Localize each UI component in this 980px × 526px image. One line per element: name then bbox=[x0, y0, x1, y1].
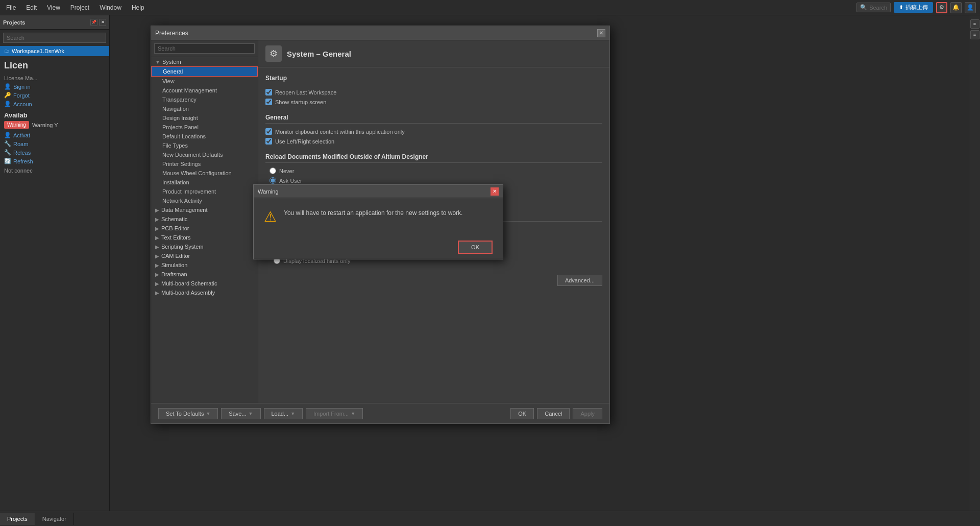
menu-project[interactable]: Project bbox=[68, 3, 91, 12]
panel-close-icon[interactable]: ✕ bbox=[99, 19, 106, 26]
modal-close-btn[interactable]: ✕ bbox=[597, 29, 605, 37]
tab-navigator[interactable]: Navigator bbox=[35, 513, 74, 525]
menu-view[interactable]: View bbox=[45, 3, 62, 12]
warning-close-btn[interactable]: ✕ bbox=[491, 187, 499, 196]
menu-help[interactable]: Help bbox=[130, 3, 146, 12]
warning-badge: Warning bbox=[4, 121, 29, 129]
load-btn[interactable]: Load... ▼ bbox=[264, 408, 303, 419]
warning-dialog-header: Warning ✕ bbox=[258, 185, 503, 198]
tree-multiboard-assembly[interactable]: ▶ Multi-board Assembly bbox=[151, 288, 258, 297]
advanced-button[interactable]: Advanced... bbox=[557, 275, 602, 286]
modal-ok-btn[interactable]: OK bbox=[510, 408, 534, 419]
show-startup-checkbox[interactable] bbox=[265, 99, 272, 105]
roam-link[interactable]: 🔧 Roam bbox=[4, 140, 105, 147]
content-header-title: System – General bbox=[287, 50, 351, 58]
account-link[interactable]: 👤 Accoun bbox=[4, 101, 105, 107]
left-panel-search-input[interactable] bbox=[3, 33, 106, 43]
roam-icon: 🔧 bbox=[4, 140, 11, 147]
save-btn[interactable]: Save... ▼ bbox=[221, 408, 260, 419]
tree-system-network[interactable]: Network Activity bbox=[151, 196, 258, 205]
warning-dialog-body: ⚠ You will have to restart an applicatio… bbox=[258, 198, 503, 235]
warning-ok-btn[interactable]: OK bbox=[458, 241, 493, 254]
tree-system-mouse-wheel[interactable]: Mouse Wheel Configuration bbox=[151, 169, 258, 178]
tree-cam-editor[interactable]: ▶ CAM Editor bbox=[151, 251, 258, 260]
main-content-area: Preferences ✕ ▼ System bbox=[110, 15, 969, 511]
release-link[interactable]: 🔧 Releas bbox=[4, 149, 105, 156]
left-right-checkbox[interactable] bbox=[265, 138, 272, 145]
refresh-link[interactable]: 🔄 Refresh bbox=[4, 158, 105, 164]
menu-edit[interactable]: Edit bbox=[24, 3, 39, 12]
set-defaults-dropdown-icon[interactable]: ▼ bbox=[206, 411, 210, 416]
main-layout: Projects 📌 ✕ 🗂 Workspace1.DsnWrk Licen L… bbox=[0, 15, 980, 511]
right-sidebar: ≡ ≡ bbox=[969, 15, 980, 511]
tab-projects[interactable]: Projects bbox=[0, 513, 35, 525]
tree-system-account[interactable]: Account Management bbox=[151, 86, 258, 95]
save-dropdown-icon[interactable]: ▼ bbox=[249, 411, 253, 416]
tree-system-design-insight[interactable]: Design Insight bbox=[151, 113, 258, 123]
never-radio[interactable] bbox=[270, 168, 276, 174]
workspace-item[interactable]: 🗂 Workspace1.DsnWrk bbox=[0, 46, 109, 56]
tree-system-default-locations[interactable]: Default Locations bbox=[151, 132, 258, 141]
tree-simulation[interactable]: ▶ Simulation bbox=[151, 260, 258, 270]
forgot-link[interactable]: 🔑 Forgot bbox=[4, 92, 105, 99]
tree-system[interactable]: ▼ System bbox=[151, 57, 258, 66]
monitor-clipboard-checkbox[interactable] bbox=[265, 128, 272, 135]
tree-system-projects-panel[interactable]: Projects Panel bbox=[151, 123, 258, 132]
tree-system-product-improvement[interactable]: Product Improvement bbox=[151, 187, 258, 196]
set-defaults-btn[interactable]: Set To Defaults ▼ bbox=[158, 408, 218, 419]
multiboard-sch-expand-icon: ▶ bbox=[155, 281, 159, 286]
panel-pin-icon[interactable]: 📌 bbox=[90, 19, 97, 26]
warning-dialog: Warning ✕ ⚠ You will have to restart an … bbox=[258, 184, 503, 259]
tree-draftsman[interactable]: ▶ Draftsman bbox=[151, 270, 258, 279]
tree-pcb-editor[interactable]: ▶ PCB Editor bbox=[151, 224, 258, 233]
modal-title: Preferences bbox=[155, 30, 188, 37]
tree-schematic[interactable]: ▶ Schematic bbox=[151, 214, 258, 224]
ask-user-radio[interactable] bbox=[270, 177, 276, 184]
warning-triangle-icon: ⚠ bbox=[264, 208, 277, 225]
settings-icon-btn[interactable]: ⚙ bbox=[936, 2, 947, 13]
general-section-title: General bbox=[265, 111, 602, 124]
schematic-expand-icon: ▶ bbox=[155, 217, 159, 222]
tree-search-input[interactable] bbox=[154, 43, 255, 54]
tree-system-view[interactable]: View bbox=[151, 77, 258, 86]
notification-icon-btn[interactable]: 🔔 bbox=[950, 2, 962, 13]
load-dropdown-icon[interactable]: ▼ bbox=[290, 411, 295, 416]
upload-button[interactable]: ⬆ 插稿上傳 bbox=[894, 2, 933, 13]
sign-in-link[interactable]: 👤 Sign in bbox=[4, 83, 105, 90]
menu-file[interactable]: File bbox=[4, 3, 18, 12]
tree-system-file-types[interactable]: File Types bbox=[151, 141, 258, 150]
tree-scripting[interactable]: ▶ Scripting System bbox=[151, 242, 258, 251]
warning-dialog-footer: OK bbox=[258, 235, 503, 259]
tree-system-transparency[interactable]: Transparency bbox=[151, 95, 258, 104]
tree-system-printer[interactable]: Printer Settings bbox=[151, 159, 258, 169]
activate-link[interactable]: 👤 Activat bbox=[4, 132, 105, 138]
reload-section-title: Reload Documents Modified Outside of Alt… bbox=[265, 150, 602, 163]
tree-system-installation[interactable]: Installation bbox=[151, 178, 258, 187]
reopen-workspace-checkbox[interactable] bbox=[265, 89, 272, 95]
modal-apply-btn[interactable]: Apply bbox=[573, 408, 602, 419]
import-dropdown-icon[interactable]: ▼ bbox=[351, 411, 355, 416]
top-menu-bar: File Edit View Project Window Help 🔍 Sea… bbox=[0, 0, 980, 15]
system-expand-icon: ▼ bbox=[155, 59, 160, 65]
sidebar-panel-1-btn[interactable]: ≡ bbox=[970, 19, 979, 29]
user-icon-btn[interactable]: 👤 bbox=[965, 2, 976, 13]
sidebar-panel-2-btn[interactable]: ≡ bbox=[970, 30, 979, 39]
content-header-icon: ⚙ bbox=[265, 45, 282, 62]
tree-data-management[interactable]: ▶ Data Management bbox=[151, 205, 258, 214]
modal-cancel-btn[interactable]: Cancel bbox=[537, 408, 570, 419]
tree-system-new-doc[interactable]: New Document Defaults bbox=[151, 150, 258, 159]
never-option: Never bbox=[270, 166, 602, 176]
tree-system-general[interactable]: General bbox=[151, 66, 258, 77]
draftsman-expand-icon: ▶ bbox=[155, 272, 159, 277]
footer-right-buttons: OK Cancel Apply bbox=[510, 408, 602, 419]
tree-system-navigation[interactable]: Navigation bbox=[151, 104, 258, 113]
tree-multiboard-schematic[interactable]: ▶ Multi-board Schematic bbox=[151, 279, 258, 288]
menu-window[interactable]: Window bbox=[97, 3, 124, 12]
license-area: Licen License Ma... 👤 Sign in 🔑 Forgot 👤… bbox=[0, 56, 109, 178]
left-right-selection-option: Use Left/Right selection bbox=[265, 136, 602, 146]
modal-footer: Set To Defaults ▼ Save... ▼ Load... ▼ bbox=[151, 403, 609, 423]
import-from-btn[interactable]: Import From... ▼ bbox=[306, 408, 363, 419]
pcb-expand-icon: ▶ bbox=[155, 226, 159, 231]
top-search-box[interactable]: 🔍 Search bbox=[856, 3, 891, 12]
tree-text-editors[interactable]: ▶ Text Editors bbox=[151, 233, 258, 242]
